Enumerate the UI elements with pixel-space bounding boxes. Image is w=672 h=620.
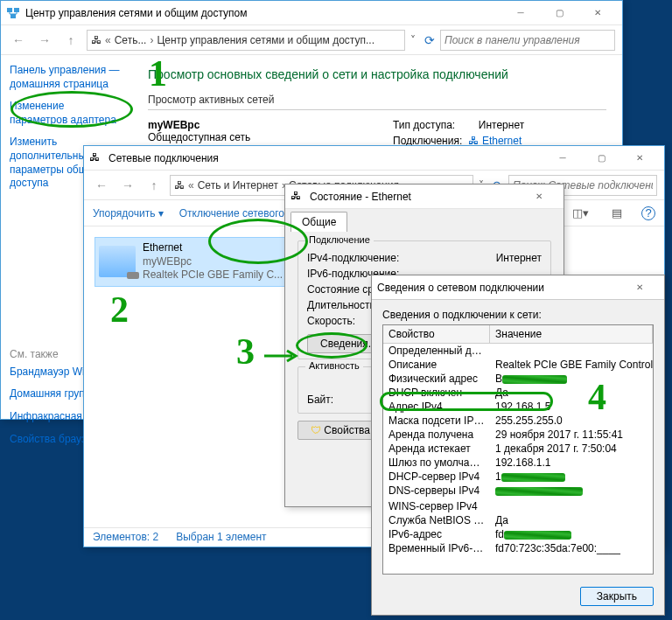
help-icon[interactable]: ? — [641, 206, 655, 220]
svg-rect-1 — [14, 8, 19, 12]
adapter-icon — [99, 246, 136, 277]
network-icon: 🖧 — [91, 34, 102, 46]
titlebar[interactable]: 🖧 Состояние - Ethernet ✕ — [285, 185, 564, 209]
link-adapter-settings[interactable]: Изменение параметров адаптера — [10, 100, 123, 127]
dialog-title: Сведения о сетевом подключении — [377, 282, 620, 294]
adapter-network: myWEBpc — [143, 255, 283, 269]
svg-rect-2 — [10, 14, 16, 18]
link-cp-home[interactable]: Панель управления — домашняя страница — [10, 64, 123, 91]
up-button[interactable]: ↑ — [144, 175, 164, 196]
close-button[interactable]: ✕ — [620, 276, 659, 299]
details-row[interactable]: DHCP включенДа — [383, 386, 653, 400]
network-name: myWEBpc — [148, 119, 393, 131]
forward-button[interactable]: → — [34, 30, 55, 51]
view-thumb-icon[interactable]: ◫▾ — [569, 206, 592, 219]
details-row[interactable]: WINS-сервер IPv4 — [383, 499, 653, 513]
adapter-ethernet[interactable]: Ethernet myWEBpc Realtek PCIe GBE Family… — [94, 237, 290, 287]
details-row[interactable]: ОписаниеRealtek PCIe GBE Family Controll… — [383, 358, 653, 372]
details-row[interactable]: DHCP-сервер IPv41 — [383, 470, 653, 484]
col-value[interactable]: Значение — [490, 325, 653, 343]
network-icon: 🖧 — [174, 179, 185, 192]
details-row[interactable]: Аренда истекает1 декабря 2017 г. 7:50:04 — [383, 442, 653, 456]
details-row[interactable]: Временный IPv6-адресfd70:723c:35da:7e00:… — [383, 541, 653, 555]
page-heading: Просмотр основных сведений о сети и наст… — [148, 67, 606, 81]
window-title: Центр управления сетями и общим доступом — [25, 7, 501, 19]
details-row[interactable]: Адрес IPv4192.168.1.5 — [383, 400, 653, 414]
details-row[interactable]: Физический адресB — [383, 372, 653, 386]
network-icon: 🖧 — [89, 151, 103, 165]
view-list-icon[interactable]: ▤ — [608, 206, 626, 219]
details-row[interactable]: DNS-серверы IPv4 — [383, 484, 653, 498]
adapter-name: Ethernet — [143, 241, 283, 255]
details-row[interactable]: Маска подсети IPv4255.255.255.0 — [383, 414, 653, 428]
details-listview[interactable]: Свойство Значение Определенный для по...… — [382, 324, 654, 575]
details-row[interactable]: Аренда получена29 ноября 2017 г. 11:55:4… — [383, 428, 653, 442]
status-count: Элементов: 2 — [93, 531, 158, 544]
close-button[interactable]: ✕ — [620, 147, 659, 170]
tab-general[interactable]: Общие — [290, 212, 347, 232]
details-caption: Сведения о подключении к сети: — [382, 309, 654, 321]
address-bar: ← → ↑ 🖧 « Сеть... › Центр управления сет… — [1, 25, 622, 55]
details-row[interactable]: Шлюз по умолчанию IP...192.168.1.1 — [383, 456, 653, 470]
status-selected: Выбран 1 элемент — [176, 531, 266, 544]
minimize-button[interactable]: ─ — [501, 2, 540, 24]
col-property[interactable]: Свойство — [383, 325, 490, 343]
dialog-title: Состояние - Ethernet — [310, 191, 520, 203]
search-input[interactable] — [440, 30, 615, 51]
network-kind: Общедоступная сеть — [148, 131, 250, 143]
breadcrumb[interactable]: 🖧 « Сеть... › Центр управления сетями и … — [87, 30, 405, 51]
network-icon — [6, 6, 20, 20]
svg-rect-0 — [7, 8, 12, 12]
titlebar[interactable]: 🖧 Сетевые подключения ─ ▢ ✕ — [84, 146, 664, 171]
forward-button[interactable]: → — [117, 175, 138, 196]
active-networks-label: Просмотр активных сетей — [148, 94, 606, 106]
maximize-button[interactable]: ▢ — [540, 2, 578, 24]
details-row[interactable]: Служба NetBIOS через...Да — [383, 513, 653, 527]
details-dialog: Сведения о сетевом подключении ✕ Сведени… — [371, 275, 665, 616]
titlebar[interactable]: Сведения о сетевом подключении ✕ — [372, 275, 664, 300]
details-row[interactable]: Определенный для по... — [383, 344, 653, 358]
refresh-icon[interactable]: ⟳ — [424, 33, 435, 47]
toolbar-organize[interactable]: Упорядочить ▾ — [93, 207, 164, 219]
crumb-dropdown-icon[interactable]: ˅ — [410, 34, 416, 46]
back-button[interactable]: ← — [91, 175, 112, 196]
up-button[interactable]: ↑ — [60, 30, 81, 51]
back-button[interactable]: ← — [8, 30, 29, 51]
window-title: Сетевые подключения — [108, 152, 543, 164]
close-button[interactable]: ✕ — [520, 185, 558, 208]
close-details-button[interactable]: Закрыть — [580, 587, 654, 606]
shield-icon: 🛡 — [311, 424, 321, 436]
titlebar[interactable]: Центр управления сетями и общим доступом… — [1, 1, 622, 25]
minimize-button[interactable]: ─ — [543, 147, 582, 170]
close-button[interactable]: ✕ — [578, 2, 617, 24]
ethernet-icon: 🖧 — [290, 190, 304, 204]
maximize-button[interactable]: ▢ — [582, 147, 620, 170]
adapter-device: Realtek PCIe GBE Family C... — [143, 268, 283, 282]
details-row[interactable]: IPv6-адресfd — [383, 527, 653, 541]
